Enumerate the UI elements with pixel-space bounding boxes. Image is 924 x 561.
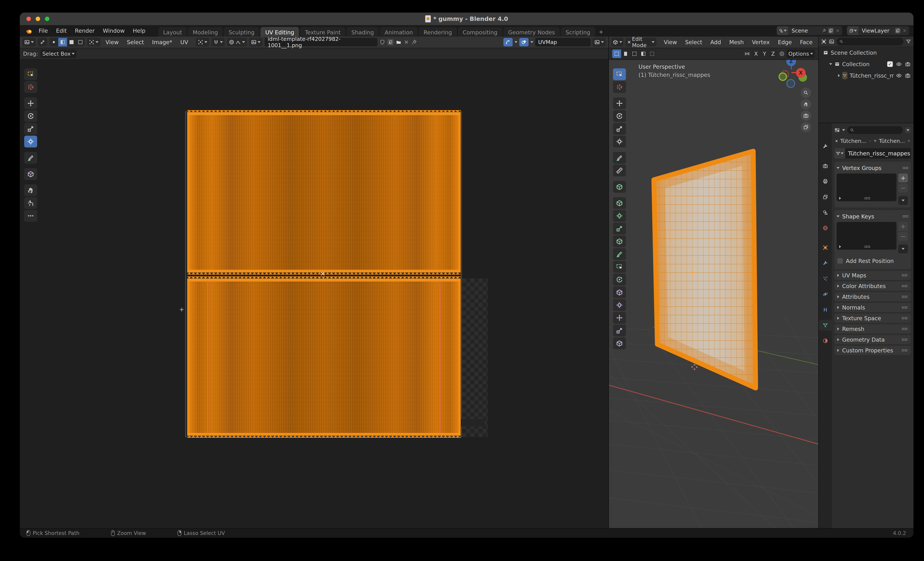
- copy-image-button[interactable]: [387, 39, 394, 45]
- list-resize-grip[interactable]: [864, 245, 871, 248]
- tab-material[interactable]: [819, 335, 832, 346]
- properties-search-input[interactable]: [847, 126, 903, 134]
- uv-pivot-button[interactable]: [196, 38, 209, 46]
- blender-logo-icon[interactable]: [26, 28, 33, 35]
- vp-tool-scale[interactable]: [613, 123, 626, 135]
- select-extend-button[interactable]: [621, 50, 630, 58]
- collection-checkbox[interactable]: ✓: [887, 62, 893, 67]
- mesh-browse-button[interactable]: [834, 148, 845, 159]
- minimize-window-button[interactable]: [36, 16, 40, 21]
- menu-help[interactable]: Help: [129, 27, 149, 34]
- tab-compositing[interactable]: Compositing: [458, 27, 502, 37]
- uv-tool-relax[interactable]: [24, 197, 37, 209]
- vp-menu-face[interactable]: Face: [797, 39, 816, 45]
- pan-view-button[interactable]: [801, 99, 811, 110]
- viewlayer-selector[interactable]: ViewLayer: [847, 26, 909, 35]
- panel-normals[interactable]: Normals: [834, 303, 911, 312]
- select-set-button[interactable]: [612, 50, 621, 58]
- uv-overlay-toggle-button[interactable]: [519, 38, 528, 46]
- vp-menu-edge[interactable]: Edge: [775, 39, 795, 45]
- list-filter-toggle[interactable]: [839, 245, 841, 248]
- drag-mode-dropdown[interactable]: Select Box: [40, 50, 76, 58]
- shape-keys-title[interactable]: Shape Keys: [842, 213, 874, 220]
- panel-custom-properties[interactable]: Custom Properties: [834, 346, 911, 355]
- tab-tool[interactable]: [819, 141, 832, 152]
- add-workspace-button[interactable]: +: [596, 27, 606, 37]
- uv-tool-transform[interactable]: [24, 136, 37, 147]
- select-subtract-button[interactable]: [630, 50, 639, 58]
- vp-tool-add-cube[interactable]: [613, 181, 626, 193]
- select-invert-button[interactable]: [639, 50, 648, 58]
- uv-editor-type-button[interactable]: [22, 38, 36, 46]
- drag-grip-icon[interactable]: [902, 296, 908, 298]
- uv-display-channels-button[interactable]: [592, 38, 606, 46]
- tab-geometry-nodes[interactable]: Geometry Nodes: [503, 27, 560, 37]
- hide-eye-icon[interactable]: [896, 62, 902, 67]
- shape-keys-list[interactable]: [837, 222, 897, 250]
- uv-tool-move[interactable]: [24, 98, 37, 109]
- options-dropdown[interactable]: Options: [786, 50, 815, 58]
- mesh-name-field[interactable]: Tütchen_rissc_mappes: [845, 148, 911, 159]
- uv-tool-rotate[interactable]: [24, 110, 37, 122]
- viewport-canvas[interactable]: User Perspective (1) Tütchen_rissc_mappe…: [609, 60, 818, 528]
- drag-grip-icon[interactable]: [902, 338, 908, 341]
- uv-select-island-button[interactable]: [76, 38, 85, 46]
- breadcrumb-data[interactable]: Tütchen...: [879, 138, 905, 144]
- panel-uv-maps[interactable]: UV Maps: [834, 271, 911, 280]
- drag-grip-icon[interactable]: [902, 166, 909, 169]
- vp-tool-shear[interactable]: [613, 325, 626, 336]
- close-icon[interactable]: [836, 28, 840, 33]
- axis-y-neg-ball[interactable]: [778, 72, 787, 81]
- tab-sculpting[interactable]: Sculpting: [224, 27, 259, 37]
- panel-remesh[interactable]: Remesh: [834, 324, 911, 333]
- vp-menu-add[interactable]: Add: [707, 39, 724, 45]
- menu-render[interactable]: Render: [71, 27, 99, 34]
- viewlayer-name[interactable]: ViewLayer: [858, 27, 893, 34]
- uv-select-edge-button[interactable]: [58, 38, 67, 46]
- viewport-editor-type-button[interactable]: [612, 38, 623, 46]
- uv-island-bottom[interactable]: [187, 279, 461, 436]
- vp-menu-vertex[interactable]: Vertex: [749, 39, 772, 45]
- disable-render-camera-icon[interactable]: [905, 62, 910, 67]
- uv-menu-uv[interactable]: UV: [177, 39, 191, 45]
- tab-constraints[interactable]: [819, 304, 832, 315]
- copy-icon[interactable]: [896, 28, 900, 33]
- tab-rendering[interactable]: Rendering: [419, 27, 457, 37]
- panel-texture-space[interactable]: Texture Space: [834, 314, 911, 323]
- panel-attributes[interactable]: Attributes: [834, 292, 911, 302]
- close-window-button[interactable]: [26, 16, 31, 21]
- zoom-view-button[interactable]: [801, 88, 811, 98]
- mode-dropdown[interactable]: Edit Mode: [626, 38, 656, 46]
- vp-tool-rotate[interactable]: [613, 110, 626, 122]
- scene-selector[interactable]: Scene: [777, 26, 842, 35]
- remove-vertex-group-button[interactable]: −: [898, 183, 908, 192]
- uv-tool-grab[interactable]: [24, 184, 37, 196]
- uv-menu-view[interactable]: View: [103, 39, 122, 45]
- vp-tool-annotate[interactable]: [613, 152, 626, 164]
- tab-object-data[interactable]: [819, 320, 832, 331]
- uv-canvas[interactable]: ✕ +: [20, 60, 608, 528]
- vp-tool-smooth[interactable]: [613, 286, 626, 298]
- filter-icon[interactable]: [906, 39, 911, 44]
- zoom-window-button[interactable]: [45, 16, 50, 21]
- outliner-row-object[interactable]: Tütchen_rissc_mappes: [819, 70, 914, 81]
- expand-icon[interactable]: [838, 74, 840, 77]
- outliner-row-scene-collection[interactable]: Scene Collection: [819, 47, 914, 58]
- tab-particles[interactable]: [819, 273, 832, 284]
- properties-options-button[interactable]: [905, 128, 911, 133]
- uv-select-face-button[interactable]: [67, 38, 76, 46]
- hide-eye-icon[interactable]: [896, 73, 902, 78]
- collapse-icon[interactable]: [837, 216, 840, 217]
- uv-proportional-edit-button[interactable]: [227, 38, 247, 46]
- uv-tool-pinch[interactable]: [24, 210, 37, 222]
- add-rest-position-checkbox[interactable]: [837, 258, 843, 264]
- uv-menu-select[interactable]: Select: [124, 39, 147, 45]
- list-filter-toggle[interactable]: [839, 197, 841, 200]
- tab-physics[interactable]: [819, 289, 832, 300]
- drag-grip-icon[interactable]: [902, 285, 908, 287]
- tab-view-layer[interactable]: [819, 192, 832, 202]
- disable-render-camera-icon[interactable]: [905, 73, 910, 78]
- uv-tool-scale[interactable]: [24, 123, 37, 135]
- outliner-editor-type-icon[interactable]: [821, 39, 826, 44]
- vp-tool-loop-cut[interactable]: [613, 236, 626, 247]
